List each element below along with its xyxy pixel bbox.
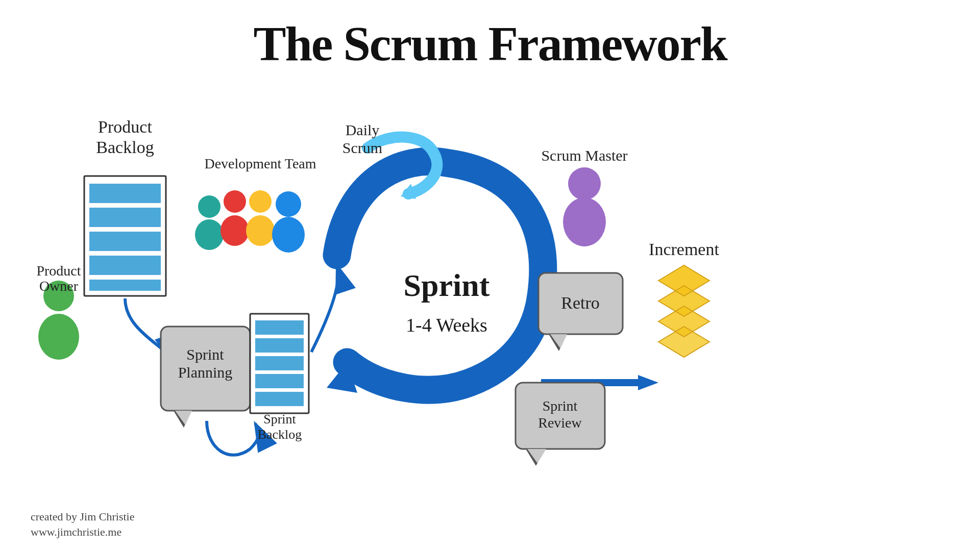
- svg-text:Review: Review: [538, 415, 582, 431]
- svg-marker-55: [658, 327, 709, 357]
- svg-point-18: [276, 191, 301, 217]
- svg-text:Increment: Increment: [649, 240, 719, 259]
- svg-text:Development Team: Development Team: [204, 156, 316, 171]
- svg-point-13: [195, 219, 224, 250]
- svg-rect-3: [89, 232, 161, 251]
- svg-text:Scrum: Scrum: [342, 139, 382, 156]
- svg-point-15: [220, 215, 249, 246]
- svg-point-27: [563, 197, 606, 246]
- svg-point-26: [568, 167, 601, 200]
- svg-text:www.jimchristie.me: www.jimchristie.me: [31, 525, 121, 538]
- svg-text:Scrum Master: Scrum Master: [541, 147, 627, 164]
- svg-text:Sprint: Sprint: [404, 268, 490, 303]
- svg-rect-38: [255, 374, 304, 388]
- svg-text:Retro: Retro: [561, 293, 600, 312]
- svg-point-17: [246, 215, 275, 246]
- svg-text:Sprint: Sprint: [263, 412, 296, 427]
- svg-text:Backlog: Backlog: [258, 427, 302, 442]
- svg-point-19: [272, 217, 305, 253]
- svg-text:Sprint: Sprint: [543, 398, 578, 414]
- svg-text:1-4 Weeks: 1-4 Weeks: [406, 314, 487, 336]
- svg-rect-39: [255, 392, 304, 406]
- svg-rect-36: [255, 338, 304, 353]
- svg-point-12: [198, 195, 220, 218]
- product-backlog-label: Product: [98, 117, 152, 136]
- page-title: The Scrum Framework: [0, 0, 980, 72]
- svg-text:Product: Product: [36, 263, 81, 279]
- svg-text:created by Jim Christie: created by Jim Christie: [31, 510, 134, 523]
- svg-rect-37: [255, 356, 304, 370]
- svg-rect-2: [89, 208, 161, 227]
- svg-marker-20: [638, 375, 658, 390]
- svg-rect-35: [255, 320, 304, 335]
- svg-text:Backlog: Backlog: [96, 138, 154, 157]
- svg-text:Planning: Planning: [178, 364, 233, 381]
- svg-point-8: [38, 314, 79, 360]
- svg-text:Sprint: Sprint: [186, 346, 224, 363]
- svg-text:Daily: Daily: [346, 121, 380, 138]
- svg-point-14: [224, 190, 246, 213]
- svg-text:Owner: Owner: [39, 278, 79, 294]
- svg-rect-5: [89, 280, 161, 291]
- svg-point-16: [249, 190, 272, 213]
- svg-rect-4: [89, 256, 161, 275]
- svg-rect-1: [89, 184, 161, 203]
